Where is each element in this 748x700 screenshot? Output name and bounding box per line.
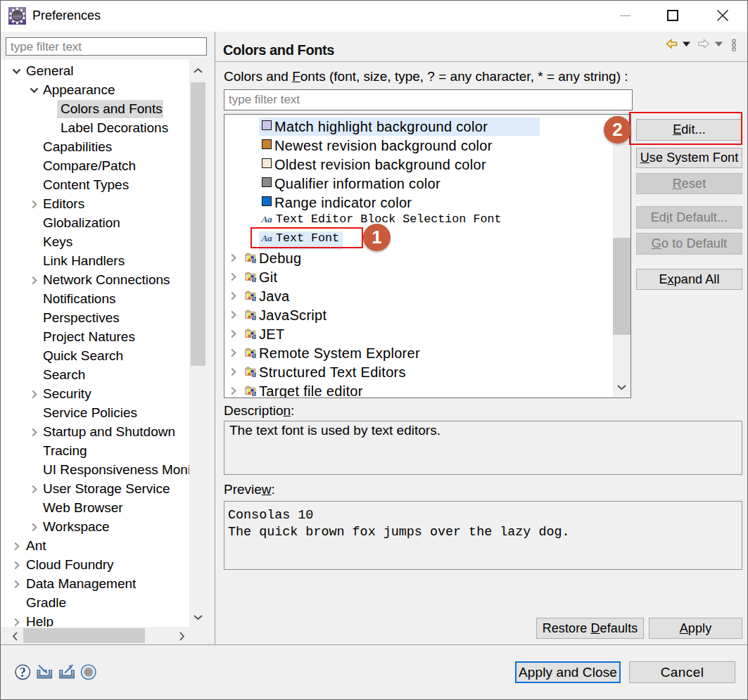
svg-text:a: a (252, 369, 256, 378)
svg-text:a: a (252, 388, 256, 397)
svg-text:a: a (252, 350, 256, 359)
svg-text:?: ? (20, 666, 26, 680)
svg-text:a: a (252, 293, 256, 302)
svg-text:a: a (252, 255, 256, 264)
svg-text:a: a (252, 331, 256, 340)
svg-text:a: a (252, 312, 256, 321)
svg-text:a: a (252, 274, 256, 283)
